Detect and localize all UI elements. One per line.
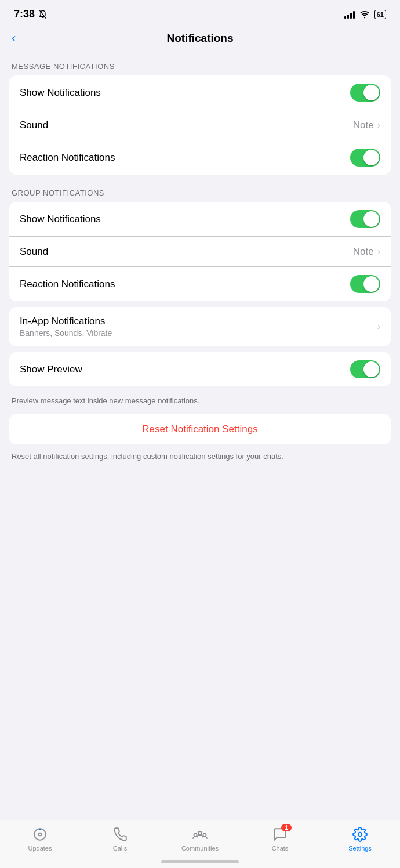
tab-label-communities: Communities bbox=[181, 845, 219, 852]
battery-level: 61 bbox=[377, 11, 384, 18]
home-indicator bbox=[161, 860, 239, 863]
tab-item-calls[interactable]: Calls bbox=[80, 826, 160, 852]
inapp-subtitle: Banners, Sounds, Vibrate bbox=[20, 328, 112, 338]
grp-reaction-row: Reaction Notifications bbox=[9, 267, 391, 301]
msg-show-notifications-label: Show Notifications bbox=[20, 87, 101, 99]
calls-icon bbox=[112, 826, 128, 842]
msg-sound-value: Note bbox=[353, 120, 374, 131]
updates-icon bbox=[32, 826, 48, 842]
toggle-knob bbox=[363, 361, 379, 377]
tab-item-chats[interactable]: 1 Chats bbox=[240, 826, 320, 852]
chevron-icon: › bbox=[377, 247, 380, 257]
grp-sound-value: Note bbox=[353, 246, 374, 258]
time-display: 7:38 bbox=[14, 8, 35, 20]
reset-label[interactable]: Reset Notification Settings bbox=[142, 424, 257, 435]
message-notifications-label: MESSAGE NOTIFICATIONS bbox=[0, 54, 400, 75]
communities-icon bbox=[192, 826, 208, 842]
back-button[interactable]: ‹ bbox=[12, 31, 16, 46]
group-notifications-label: GROUP NOTIFICATIONS bbox=[0, 180, 400, 202]
svg-point-4 bbox=[198, 831, 202, 835]
wifi-icon bbox=[359, 10, 370, 19]
status-icons: 61 bbox=[344, 10, 386, 19]
svg-point-3 bbox=[39, 829, 41, 830]
grp-show-notifications-toggle[interactable] bbox=[350, 210, 380, 228]
mute-icon bbox=[38, 10, 48, 19]
toggle-knob bbox=[363, 150, 379, 165]
msg-show-notifications-toggle[interactable] bbox=[350, 84, 380, 102]
show-preview-toggle[interactable] bbox=[350, 360, 380, 378]
msg-sound-label: Sound bbox=[20, 120, 48, 131]
chats-icon: 1 bbox=[272, 826, 288, 842]
inapp-row[interactable]: In-App Notifications Banners, Sounds, Vi… bbox=[9, 307, 391, 346]
grp-sound-right: Note › bbox=[353, 246, 380, 258]
status-bar: 7:38 61 bbox=[0, 0, 400, 25]
msg-show-notifications-row: Show Notifications bbox=[9, 75, 391, 110]
show-preview-row: Show Preview bbox=[9, 352, 391, 386]
msg-reaction-toggle[interactable] bbox=[350, 149, 380, 167]
grp-sound-label: Sound bbox=[20, 246, 48, 258]
grp-reaction-label: Reaction Notifications bbox=[20, 279, 115, 290]
tab-item-settings[interactable]: Settings bbox=[320, 826, 400, 852]
tab-item-updates[interactable]: Updates bbox=[0, 826, 80, 852]
show-preview-label: Show Preview bbox=[20, 364, 82, 375]
toggle-knob bbox=[363, 211, 379, 227]
grp-reaction-toggle[interactable] bbox=[350, 275, 380, 293]
msg-reaction-row: Reaction Notifications bbox=[9, 140, 391, 175]
chats-badge: 1 bbox=[281, 824, 292, 831]
tab-label-calls: Calls bbox=[113, 845, 127, 852]
toggle-knob bbox=[363, 276, 379, 292]
status-time: 7:38 bbox=[14, 8, 48, 20]
tab-item-communities[interactable]: Communities bbox=[160, 826, 240, 852]
settings-icon bbox=[352, 826, 368, 842]
show-preview-card: Show Preview bbox=[9, 352, 391, 386]
reset-card[interactable]: Reset Notification Settings bbox=[9, 414, 391, 444]
nav-header: ‹ Notifications bbox=[0, 25, 400, 54]
svg-point-2 bbox=[39, 834, 41, 836]
toggle-knob bbox=[363, 85, 379, 100]
page-title: Notifications bbox=[166, 32, 233, 45]
grp-show-notifications-label: Show Notifications bbox=[20, 214, 101, 225]
grp-sound-row[interactable]: Sound Note › bbox=[9, 237, 391, 267]
inapp-notifications-card[interactable]: In-App Notifications Banners, Sounds, Vi… bbox=[9, 307, 391, 346]
inapp-title: In-App Notifications bbox=[20, 316, 112, 327]
grp-show-notifications-row: Show Notifications bbox=[9, 202, 391, 237]
tab-label-updates: Updates bbox=[28, 845, 52, 852]
group-notifications-card: Show Notifications Sound Note › Reaction… bbox=[9, 202, 391, 301]
reset-helper: Reset all notification settings, includi… bbox=[0, 448, 400, 470]
tab-label-chats: Chats bbox=[272, 845, 289, 852]
inapp-text: In-App Notifications Banners, Sounds, Vi… bbox=[20, 316, 112, 338]
svg-point-7 bbox=[358, 833, 362, 837]
message-notifications-card: Show Notifications Sound Note › Reaction… bbox=[9, 75, 391, 175]
chevron-icon: › bbox=[377, 120, 380, 131]
reset-row[interactable]: Reset Notification Settings bbox=[9, 414, 391, 444]
signal-bars bbox=[344, 10, 355, 19]
msg-sound-right: Note › bbox=[353, 120, 380, 131]
msg-sound-row[interactable]: Sound Note › bbox=[9, 110, 391, 140]
battery-icon: 61 bbox=[374, 10, 386, 19]
msg-reaction-label: Reaction Notifications bbox=[20, 152, 115, 164]
tab-label-settings: Settings bbox=[348, 845, 372, 852]
inapp-chevron-icon: › bbox=[377, 321, 380, 332]
show-preview-helper: Preview message text inside new message … bbox=[0, 392, 400, 414]
